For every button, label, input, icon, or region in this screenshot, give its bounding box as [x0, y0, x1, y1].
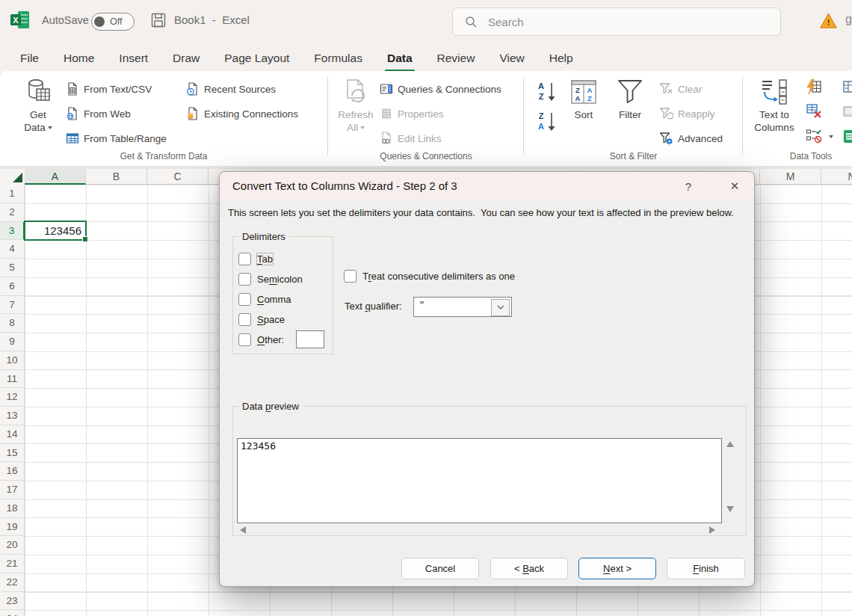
- row-header-24[interactable]: 24: [0, 610, 25, 616]
- scroll-right-arrow[interactable]: [709, 526, 715, 534]
- row-header-18[interactable]: 18: [0, 499, 25, 518]
- tab-draw[interactable]: Draw: [173, 52, 200, 65]
- filter-button[interactable]: Filter: [608, 76, 652, 121]
- sort-button[interactable]: Z A A Z Sort: [564, 76, 604, 121]
- tab-data[interactable]: Data: [387, 52, 413, 65]
- column-header-A[interactable]: A: [25, 169, 86, 185]
- tab-checkbox[interactable]: [238, 253, 251, 265]
- column-header-C[interactable]: C: [147, 169, 209, 185]
- other-checkbox[interactable]: [238, 333, 251, 346]
- from-web-button[interactable]: From Web: [66, 105, 131, 122]
- row-header-20[interactable]: 20: [0, 536, 25, 555]
- column-header-B[interactable]: B: [86, 169, 147, 185]
- select-all-corner[interactable]: [0, 169, 25, 185]
- row-header-4[interactable]: 4: [0, 240, 25, 259]
- tab-page-layout[interactable]: Page Layout: [224, 52, 289, 65]
- row-header-19[interactable]: 19: [0, 518, 25, 537]
- tab-view[interactable]: View: [499, 52, 524, 65]
- back-button[interactable]: < Back: [490, 558, 568, 579]
- column-header-M[interactable]: M: [760, 169, 821, 185]
- refresh-all-button[interactable]: Refresh All: [333, 76, 378, 134]
- comma-checkbox-label[interactable]: Comma: [257, 294, 291, 305]
- row-header-15[interactable]: 15: [0, 444, 25, 463]
- cancel-button[interactable]: Cancel: [401, 558, 479, 579]
- selected-cell-A3[interactable]: 123456: [24, 221, 87, 241]
- autosave-toggle[interactable]: Off: [91, 13, 135, 31]
- dialog-title-bar[interactable]: Convert Text to Columns Wizard - Step 2 …: [220, 172, 754, 200]
- row-header-10[interactable]: 10: [0, 351, 25, 370]
- row-header-23[interactable]: 23: [0, 592, 25, 611]
- scroll-up-arrow[interactable]: [726, 441, 734, 447]
- column-header-N[interactable]: N: [821, 169, 852, 185]
- row-header-3[interactable]: 3: [0, 222, 25, 241]
- next-button[interactable]: Next >: [578, 558, 656, 579]
- other-delimiter-input[interactable]: [296, 330, 324, 348]
- help-button[interactable]: ?: [679, 177, 698, 195]
- row-header-2[interactable]: 2: [0, 203, 25, 222]
- tab-review[interactable]: Review: [437, 52, 475, 65]
- flash-fill-button[interactable]: [806, 78, 822, 98]
- tab-file[interactable]: File: [20, 52, 39, 65]
- clear-filter-icon: [659, 82, 673, 96]
- close-icon[interactable]: ✕: [725, 177, 744, 195]
- from-table-range-button[interactable]: From Table/Range: [66, 130, 167, 147]
- row-header-14[interactable]: 14: [0, 425, 25, 444]
- save-icon[interactable]: [151, 13, 166, 28]
- data-preview-box[interactable]: 123456: [237, 438, 722, 523]
- existing-connections-button[interactable]: Existing Connections: [186, 105, 298, 122]
- other-checkbox-label[interactable]: Other:: [257, 334, 284, 345]
- row-header-8[interactable]: 8: [0, 314, 25, 333]
- row-header-9[interactable]: 9: [0, 333, 25, 351]
- row-header-7[interactable]: 7: [0, 296, 25, 315]
- row-header-11[interactable]: 11: [0, 370, 25, 389]
- search-box[interactable]: [452, 7, 781, 36]
- row-header-21[interactable]: 21: [0, 555, 25, 573]
- data-validation-button[interactable]: [806, 128, 822, 147]
- text-qualifier-dropdown[interactable]: ": [413, 297, 512, 317]
- advanced-filter-button[interactable]: Advanced: [659, 130, 723, 147]
- treat-consecutive-checkbox[interactable]: [344, 270, 356, 283]
- dropdown-chevron-button[interactable]: [491, 299, 510, 316]
- account-initial[interactable]: g: [845, 13, 852, 26]
- recent-sources-button[interactable]: Recent Sources: [186, 81, 276, 97]
- space-checkbox[interactable]: [238, 313, 251, 326]
- row-header-12[interactable]: 12: [0, 388, 25, 407]
- queries-connections-button[interactable]: Queries & Connections: [380, 81, 501, 97]
- finish-button[interactable]: Finish: [667, 558, 745, 579]
- semicolon-checkbox-label[interactable]: Semicolon: [257, 274, 303, 285]
- tab-home[interactable]: Home: [64, 52, 94, 65]
- comma-checkbox[interactable]: [238, 293, 251, 306]
- properties-button[interactable]: Properties: [380, 105, 444, 122]
- tab-checkbox-label[interactable]: Tab: [257, 253, 273, 265]
- search-input[interactable]: [487, 15, 759, 29]
- space-checkbox-label[interactable]: Space: [257, 314, 285, 325]
- row-header-6[interactable]: 6: [0, 277, 25, 296]
- row-header-1[interactable]: 1: [0, 185, 25, 203]
- tab-insert[interactable]: Insert: [119, 52, 148, 65]
- from-text-csv-button[interactable]: From Text/CSV: [66, 81, 152, 97]
- row-header-13[interactable]: 13: [0, 407, 25, 425]
- row-header-16[interactable]: 16: [0, 462, 25, 481]
- row-header-22[interactable]: 22: [0, 573, 25, 592]
- reapply-button[interactable]: Reapply: [659, 105, 715, 122]
- semicolon-checkbox[interactable]: [238, 273, 251, 286]
- sort-descending-button[interactable]: Z A: [535, 110, 559, 132]
- sort-ascending-button[interactable]: A Z: [535, 80, 559, 102]
- fill-handle[interactable]: [82, 236, 88, 242]
- chevron-down-icon[interactable]: [829, 135, 833, 138]
- scroll-left-arrow[interactable]: [240, 526, 246, 534]
- svg-text:X: X: [13, 16, 19, 25]
- tab-help[interactable]: Help: [549, 52, 573, 65]
- clear-filter-button[interactable]: Clear: [659, 81, 702, 97]
- tab-formulas[interactable]: Formulas: [314, 52, 362, 65]
- row-header-17[interactable]: 17: [0, 481, 25, 499]
- remove-duplicates-button[interactable]: [806, 103, 822, 123]
- text-to-columns-button[interactable]: Text to Columns: [747, 76, 801, 134]
- scroll-down-arrow[interactable]: [726, 506, 734, 512]
- row-header-5[interactable]: 5: [0, 259, 25, 277]
- search-icon: [465, 16, 478, 28]
- get-data-button[interactable]: Get Data: [15, 76, 61, 134]
- warning-icon[interactable]: !: [819, 12, 838, 30]
- edit-links-button[interactable]: Edit Links: [380, 130, 442, 147]
- treat-consecutive-label[interactable]: Treat consecutive delimiters as one: [362, 271, 515, 282]
